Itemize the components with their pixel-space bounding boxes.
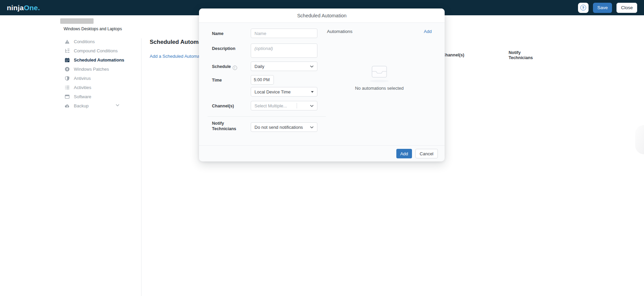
info-icon [233,66,237,70]
hierarchy-icon [64,48,70,54]
arrow-up-circle-icon [64,67,70,72]
schedule-label-text: Schedule [212,64,231,69]
notify-technicians-select[interactable]: Do not send notifications [251,122,317,132]
sidebar-item-label: Antivirus [74,76,91,81]
policy-name: kiran test [61,19,84,25]
logo-text-ninja: ninja [7,4,24,12]
time-label: Time [212,77,222,83]
timezone-select-value: Local Device Time [254,89,291,94]
shield-icon [64,76,70,81]
automations-label: Automations [327,29,352,34]
save-button[interactable]: Save [593,3,612,13]
policy-editor-nav: Conditions Compound Conditions Scheduled… [64,37,119,110]
modal-cancel-button[interactable]: Cancel [415,149,438,158]
warning-triangle-icon [64,39,70,45]
sidebar-item-label: Activities [74,85,91,90]
form-section-divider [208,116,326,117]
edge-widget-tab[interactable] [635,125,644,154]
name-input[interactable] [251,29,317,38]
modal-footer: Add Cancel [199,145,445,161]
chevron-down-icon [310,105,314,107]
bullet-list-icon [64,85,70,90]
channels-multiselect[interactable]: Select Multiple... [251,101,317,110]
sidebar-item-activities[interactable]: Activities [64,83,119,92]
automations-empty-state: No automations selected [327,66,432,91]
description-label: Description [212,46,235,51]
multiselect-divider [297,103,297,108]
notify-select-value: Do not send notifications [254,125,303,130]
close-button[interactable]: Close [616,3,637,13]
modal-add-button[interactable]: Add [396,149,412,158]
time-input[interactable] [251,75,274,85]
sidebar-item-label: Scheduled Automations [74,57,124,63]
redaction-overlay [60,18,94,24]
calendar-icon [64,57,70,63]
add-scheduled-automation-link[interactable]: Add a Scheduled Automation [150,54,207,59]
caret-down-icon [311,91,314,93]
channels-label: Channel(s) [212,103,234,109]
description-input[interactable] [251,43,317,58]
sidebar-item-label: Backup [74,103,88,108]
policy-subtitle: Windows Desktops and Laptops [64,27,122,31]
sidebar-item-label: Conditions [74,39,95,44]
timezone-select[interactable]: Local Device Time [251,87,317,97]
schedule-select[interactable]: Daily [251,62,317,71]
table-header-channels: Channel(s) [442,53,464,58]
sidebar-item-software[interactable]: Software [64,92,119,101]
add-automation-link[interactable]: Add [424,29,432,34]
table-header-notify-technicians: Notify Technicians [509,50,533,60]
cloud-upload-icon [64,103,70,109]
sidebar-item-antivirus[interactable]: Antivirus [64,74,119,83]
chevron-down-icon[interactable] [116,104,119,106]
name-label: Name [212,31,224,36]
question-icon [580,5,586,11]
sidebar-divider [141,38,142,296]
logo-text-one: One. [24,4,40,12]
sidebar-item-label: Compound Conditions [74,48,118,53]
sidebar-item-label: Windows Patches [74,67,109,72]
notify-technicians-label: Notify Technicians [212,121,236,132]
sidebar-item-windows-patches[interactable]: Windows Patches [64,65,119,74]
help-button[interactable] [578,3,589,13]
sidebar-item-conditions[interactable]: Conditions [64,37,119,46]
sidebar-item-compound-conditions[interactable]: Compound Conditions [64,46,119,55]
schedule-label: Schedule [212,64,237,70]
sidebar-item-scheduled-automations[interactable]: Scheduled Automations [64,55,119,65]
chevron-down-icon [310,65,314,68]
empty-inbox-icon [371,66,387,78]
chevron-down-icon [310,126,314,128]
topbar-actions: Save Close [578,3,637,13]
modal-header: Scheduled Automation [199,8,445,23]
channels-placeholder: Select Multiple... [254,103,287,108]
scheduled-automation-modal: Scheduled Automation Name Description Sc… [199,8,445,161]
sidebar-item-label: Software [74,94,91,99]
sidebar-item-backup[interactable]: Backup [64,101,119,110]
modal-title: Scheduled Automation [297,13,346,18]
ninjaone-logo: ninjaOne. [7,4,40,12]
app-window-icon [64,94,70,100]
empty-state-text: No automations selected [327,86,432,91]
empty-icon-shadow [370,80,389,82]
schedule-select-value: Daily [254,64,264,69]
